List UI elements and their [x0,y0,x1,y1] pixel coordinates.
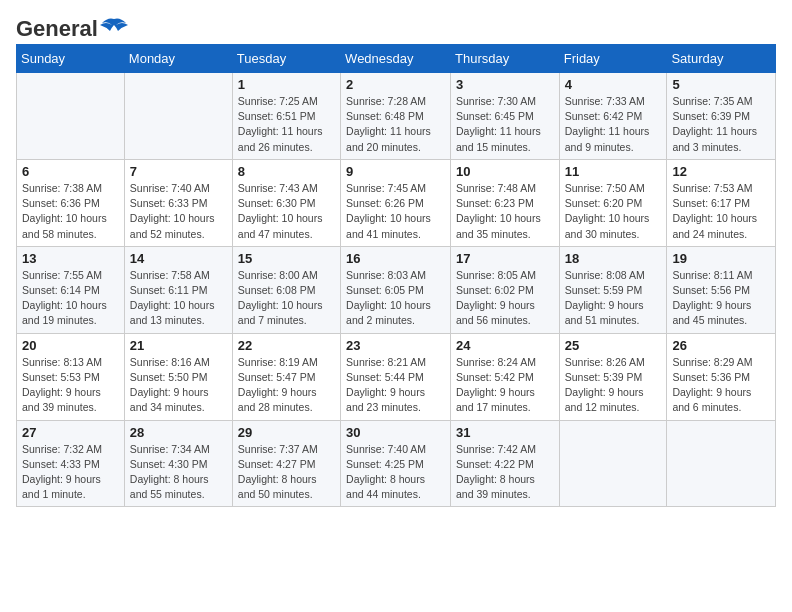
calendar-cell: 2Sunrise: 7:28 AMSunset: 6:48 PMDaylight… [341,73,451,160]
day-info: Sunrise: 7:40 AMSunset: 6:33 PMDaylight:… [130,181,227,242]
calendar-cell: 31Sunrise: 7:42 AMSunset: 4:22 PMDayligh… [451,420,560,507]
calendar-cell: 1Sunrise: 7:25 AMSunset: 6:51 PMDaylight… [232,73,340,160]
calendar-cell: 25Sunrise: 8:26 AMSunset: 5:39 PMDayligh… [559,333,667,420]
day-number: 11 [565,164,662,179]
calendar-cell: 18Sunrise: 8:08 AMSunset: 5:59 PMDayligh… [559,246,667,333]
calendar-cell: 12Sunrise: 7:53 AMSunset: 6:17 PMDayligh… [667,159,776,246]
calendar-week-row: 6Sunrise: 7:38 AMSunset: 6:36 PMDaylight… [17,159,776,246]
day-number: 27 [22,425,119,440]
calendar-week-row: 1Sunrise: 7:25 AMSunset: 6:51 PMDaylight… [17,73,776,160]
calendar-table: SundayMondayTuesdayWednesdayThursdayFrid… [16,44,776,507]
calendar-cell: 20Sunrise: 8:13 AMSunset: 5:53 PMDayligh… [17,333,125,420]
weekday-header-sunday: Sunday [17,45,125,73]
day-number: 1 [238,77,335,92]
page-header: General [16,16,776,36]
day-info: Sunrise: 8:29 AMSunset: 5:36 PMDaylight:… [672,355,770,416]
day-number: 7 [130,164,227,179]
calendar-cell [667,420,776,507]
day-info: Sunrise: 7:34 AMSunset: 4:30 PMDaylight:… [130,442,227,503]
calendar-cell: 7Sunrise: 7:40 AMSunset: 6:33 PMDaylight… [124,159,232,246]
day-number: 2 [346,77,445,92]
day-number: 16 [346,251,445,266]
day-number: 21 [130,338,227,353]
weekday-header-tuesday: Tuesday [232,45,340,73]
day-number: 19 [672,251,770,266]
day-info: Sunrise: 7:43 AMSunset: 6:30 PMDaylight:… [238,181,335,242]
day-number: 24 [456,338,554,353]
day-number: 22 [238,338,335,353]
calendar-cell: 3Sunrise: 7:30 AMSunset: 6:45 PMDaylight… [451,73,560,160]
day-info: Sunrise: 7:35 AMSunset: 6:39 PMDaylight:… [672,94,770,155]
day-info: Sunrise: 7:40 AMSunset: 4:25 PMDaylight:… [346,442,445,503]
calendar-cell: 15Sunrise: 8:00 AMSunset: 6:08 PMDayligh… [232,246,340,333]
day-info: Sunrise: 8:05 AMSunset: 6:02 PMDaylight:… [456,268,554,329]
day-info: Sunrise: 8:13 AMSunset: 5:53 PMDaylight:… [22,355,119,416]
day-number: 26 [672,338,770,353]
day-info: Sunrise: 8:03 AMSunset: 6:05 PMDaylight:… [346,268,445,329]
day-number: 13 [22,251,119,266]
day-info: Sunrise: 8:21 AMSunset: 5:44 PMDaylight:… [346,355,445,416]
calendar-cell [17,73,125,160]
calendar-cell: 14Sunrise: 7:58 AMSunset: 6:11 PMDayligh… [124,246,232,333]
day-info: Sunrise: 8:00 AMSunset: 6:08 PMDaylight:… [238,268,335,329]
calendar-cell: 23Sunrise: 8:21 AMSunset: 5:44 PMDayligh… [341,333,451,420]
day-number: 15 [238,251,335,266]
calendar-week-row: 27Sunrise: 7:32 AMSunset: 4:33 PMDayligh… [17,420,776,507]
day-info: Sunrise: 7:28 AMSunset: 6:48 PMDaylight:… [346,94,445,155]
day-info: Sunrise: 7:45 AMSunset: 6:26 PMDaylight:… [346,181,445,242]
calendar-cell: 28Sunrise: 7:34 AMSunset: 4:30 PMDayligh… [124,420,232,507]
calendar-cell: 11Sunrise: 7:50 AMSunset: 6:20 PMDayligh… [559,159,667,246]
day-number: 25 [565,338,662,353]
calendar-cell: 22Sunrise: 8:19 AMSunset: 5:47 PMDayligh… [232,333,340,420]
day-info: Sunrise: 7:55 AMSunset: 6:14 PMDaylight:… [22,268,119,329]
calendar-cell: 21Sunrise: 8:16 AMSunset: 5:50 PMDayligh… [124,333,232,420]
day-info: Sunrise: 7:58 AMSunset: 6:11 PMDaylight:… [130,268,227,329]
day-info: Sunrise: 7:50 AMSunset: 6:20 PMDaylight:… [565,181,662,242]
day-info: Sunrise: 7:53 AMSunset: 6:17 PMDaylight:… [672,181,770,242]
day-number: 14 [130,251,227,266]
day-info: Sunrise: 8:08 AMSunset: 5:59 PMDaylight:… [565,268,662,329]
day-number: 23 [346,338,445,353]
day-info: Sunrise: 7:32 AMSunset: 4:33 PMDaylight:… [22,442,119,503]
calendar-cell: 5Sunrise: 7:35 AMSunset: 6:39 PMDaylight… [667,73,776,160]
day-info: Sunrise: 7:30 AMSunset: 6:45 PMDaylight:… [456,94,554,155]
day-number: 3 [456,77,554,92]
calendar-cell [559,420,667,507]
day-number: 8 [238,164,335,179]
day-number: 9 [346,164,445,179]
calendar-cell: 13Sunrise: 7:55 AMSunset: 6:14 PMDayligh… [17,246,125,333]
calendar-cell: 17Sunrise: 8:05 AMSunset: 6:02 PMDayligh… [451,246,560,333]
day-number: 6 [22,164,119,179]
logo-bird-icon [100,17,128,37]
day-info: Sunrise: 8:24 AMSunset: 5:42 PMDaylight:… [456,355,554,416]
day-info: Sunrise: 7:48 AMSunset: 6:23 PMDaylight:… [456,181,554,242]
calendar-cell: 4Sunrise: 7:33 AMSunset: 6:42 PMDaylight… [559,73,667,160]
weekday-header-saturday: Saturday [667,45,776,73]
calendar-week-row: 13Sunrise: 7:55 AMSunset: 6:14 PMDayligh… [17,246,776,333]
day-info: Sunrise: 8:11 AMSunset: 5:56 PMDaylight:… [672,268,770,329]
calendar-cell: 29Sunrise: 7:37 AMSunset: 4:27 PMDayligh… [232,420,340,507]
day-number: 28 [130,425,227,440]
calendar-cell: 6Sunrise: 7:38 AMSunset: 6:36 PMDaylight… [17,159,125,246]
weekday-header-wednesday: Wednesday [341,45,451,73]
calendar-cell: 24Sunrise: 8:24 AMSunset: 5:42 PMDayligh… [451,333,560,420]
day-number: 5 [672,77,770,92]
weekday-header-thursday: Thursday [451,45,560,73]
calendar-body: 1Sunrise: 7:25 AMSunset: 6:51 PMDaylight… [17,73,776,507]
day-info: Sunrise: 8:16 AMSunset: 5:50 PMDaylight:… [130,355,227,416]
day-number: 4 [565,77,662,92]
calendar-cell: 30Sunrise: 7:40 AMSunset: 4:25 PMDayligh… [341,420,451,507]
day-number: 12 [672,164,770,179]
calendar-cell: 26Sunrise: 8:29 AMSunset: 5:36 PMDayligh… [667,333,776,420]
weekday-header-friday: Friday [559,45,667,73]
day-info: Sunrise: 7:25 AMSunset: 6:51 PMDaylight:… [238,94,335,155]
day-number: 30 [346,425,445,440]
calendar-cell: 9Sunrise: 7:45 AMSunset: 6:26 PMDaylight… [341,159,451,246]
day-number: 29 [238,425,335,440]
calendar-cell: 27Sunrise: 7:32 AMSunset: 4:33 PMDayligh… [17,420,125,507]
calendar-cell: 8Sunrise: 7:43 AMSunset: 6:30 PMDaylight… [232,159,340,246]
day-number: 10 [456,164,554,179]
day-info: Sunrise: 8:26 AMSunset: 5:39 PMDaylight:… [565,355,662,416]
day-number: 31 [456,425,554,440]
calendar-cell: 10Sunrise: 7:48 AMSunset: 6:23 PMDayligh… [451,159,560,246]
